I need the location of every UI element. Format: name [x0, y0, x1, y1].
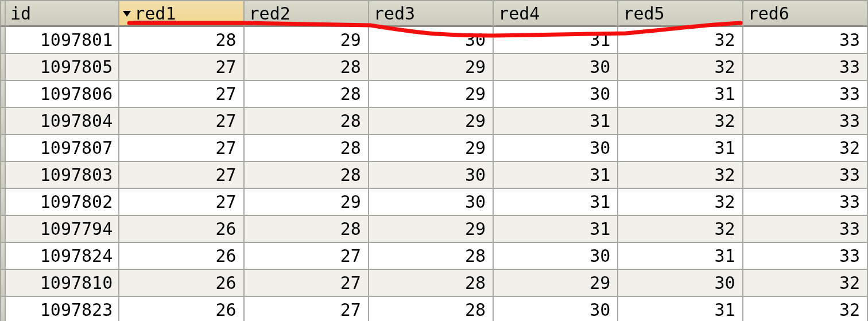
cell-red3[interactable]: 29: [369, 135, 494, 162]
cell-id[interactable]: 1097805: [6, 54, 119, 81]
cell-red1[interactable]: 27: [119, 189, 244, 216]
cell-id[interactable]: 1097824: [6, 243, 119, 270]
col-header-id[interactable]: id: [6, 0, 119, 27]
cell-red3[interactable]: 30: [369, 189, 494, 216]
table-row[interactable]: 1097794 26 28 29 31 32 33: [0, 216, 868, 243]
cell-red2[interactable]: 28: [245, 135, 369, 162]
cell-red5[interactable]: 32: [618, 162, 743, 189]
row-handle[interactable]: [0, 54, 6, 81]
cell-red4[interactable]: 30: [494, 54, 618, 81]
cell-red1[interactable]: 26: [119, 297, 244, 321]
table-row[interactable]: 1097823 26 27 28 30 31 32: [0, 297, 868, 321]
row-handle[interactable]: [0, 270, 6, 297]
cell-red4[interactable]: 30: [494, 297, 618, 321]
row-handle[interactable]: [0, 162, 6, 189]
cell-red2[interactable]: 28: [245, 81, 369, 108]
cell-red1[interactable]: 28: [119, 27, 244, 54]
cell-red4[interactable]: 31: [494, 216, 618, 243]
row-handle[interactable]: [0, 135, 6, 162]
cell-red6[interactable]: 33: [743, 54, 868, 81]
cell-red2[interactable]: 29: [245, 27, 369, 54]
cell-red2[interactable]: 28: [245, 108, 369, 135]
cell-red4[interactable]: 30: [494, 81, 618, 108]
cell-red3[interactable]: 29: [369, 81, 494, 108]
cell-red2[interactable]: 28: [245, 162, 369, 189]
table-row[interactable]: 1097807 27 28 29 30 31 32: [0, 135, 868, 162]
table-row[interactable]: 1097806 27 28 29 30 31 33: [0, 81, 868, 108]
cell-red5[interactable]: 32: [618, 216, 743, 243]
cell-red2[interactable]: 27: [245, 297, 369, 321]
cell-red5[interactable]: 30: [618, 270, 743, 297]
row-handle[interactable]: [0, 27, 6, 54]
cell-red4[interactable]: 30: [494, 135, 618, 162]
cell-red6[interactable]: 33: [743, 108, 868, 135]
cell-red4[interactable]: 31: [494, 27, 618, 54]
cell-red1[interactable]: 27: [119, 162, 244, 189]
table-row[interactable]: 1097805 27 28 29 30 32 33: [0, 54, 868, 81]
cell-red3[interactable]: 30: [369, 27, 494, 54]
cell-red1[interactable]: 26: [119, 243, 244, 270]
col-header-red6[interactable]: red6: [743, 0, 868, 27]
cell-red2[interactable]: 29: [245, 189, 369, 216]
row-handle[interactable]: [0, 189, 6, 216]
cell-red2[interactable]: 27: [245, 243, 369, 270]
cell-red3[interactable]: 28: [369, 243, 494, 270]
cell-red5[interactable]: 31: [618, 243, 743, 270]
cell-red1[interactable]: 26: [119, 216, 244, 243]
cell-red3[interactable]: 28: [369, 297, 494, 321]
col-header-red4[interactable]: red4: [494, 0, 618, 27]
cell-red6[interactable]: 33: [743, 216, 868, 243]
cell-id[interactable]: 1097801: [6, 27, 119, 54]
cell-red6[interactable]: 33: [743, 27, 868, 54]
row-handle[interactable]: [0, 216, 6, 243]
row-handle[interactable]: [0, 243, 6, 270]
cell-red1[interactable]: 26: [119, 270, 244, 297]
cell-red4[interactable]: 31: [494, 189, 618, 216]
cell-red6[interactable]: 32: [743, 270, 868, 297]
cell-id[interactable]: 1097823: [6, 297, 119, 321]
cell-red6[interactable]: 33: [743, 243, 868, 270]
row-handle[interactable]: [0, 81, 6, 108]
cell-red2[interactable]: 28: [245, 54, 369, 81]
table-row[interactable]: 1097802 27 29 30 31 32 33: [0, 189, 868, 216]
cell-red1[interactable]: 27: [119, 108, 244, 135]
cell-red2[interactable]: 27: [245, 270, 369, 297]
cell-red4[interactable]: 31: [494, 108, 618, 135]
cell-id[interactable]: 1097804: [6, 108, 119, 135]
col-header-red5[interactable]: red5: [618, 0, 743, 27]
table-row[interactable]: 1097824 26 27 28 30 31 33: [0, 243, 868, 270]
cell-red5[interactable]: 32: [618, 108, 743, 135]
cell-red1[interactable]: 27: [119, 135, 244, 162]
cell-red6[interactable]: 33: [743, 81, 868, 108]
cell-red2[interactable]: 28: [245, 216, 369, 243]
cell-id[interactable]: 1097806: [6, 81, 119, 108]
cell-id[interactable]: 1097803: [6, 162, 119, 189]
cell-red3[interactable]: 29: [369, 54, 494, 81]
cell-red4[interactable]: 31: [494, 162, 618, 189]
cell-red4[interactable]: 29: [494, 270, 618, 297]
col-header-red3[interactable]: red3: [369, 0, 494, 27]
cell-red5[interactable]: 32: [618, 54, 743, 81]
cell-red5[interactable]: 31: [618, 297, 743, 321]
cell-red5[interactable]: 32: [618, 27, 743, 54]
row-handle[interactable]: [0, 108, 6, 135]
cell-red3[interactable]: 28: [369, 270, 494, 297]
cell-red3[interactable]: 29: [369, 108, 494, 135]
cell-id[interactable]: 1097807: [6, 135, 119, 162]
cell-red6[interactable]: 32: [743, 297, 868, 321]
cell-red5[interactable]: 31: [618, 135, 743, 162]
cell-red3[interactable]: 29: [369, 216, 494, 243]
cell-red1[interactable]: 27: [119, 81, 244, 108]
cell-red5[interactable]: 31: [618, 81, 743, 108]
cell-red6[interactable]: 33: [743, 189, 868, 216]
cell-id[interactable]: 1097802: [6, 189, 119, 216]
table-row[interactable]: 1097810 26 27 28 29 30 32: [0, 270, 868, 297]
cell-red4[interactable]: 30: [494, 243, 618, 270]
cell-red6[interactable]: 32: [743, 135, 868, 162]
table-row[interactable]: 1097801 28 29 30 31 32 33: [0, 27, 868, 54]
row-handle[interactable]: [0, 297, 6, 321]
cell-red1[interactable]: 27: [119, 54, 244, 81]
col-header-red1[interactable]: red1: [119, 0, 244, 27]
cell-red6[interactable]: 33: [743, 162, 868, 189]
cell-id[interactable]: 1097810: [6, 270, 119, 297]
